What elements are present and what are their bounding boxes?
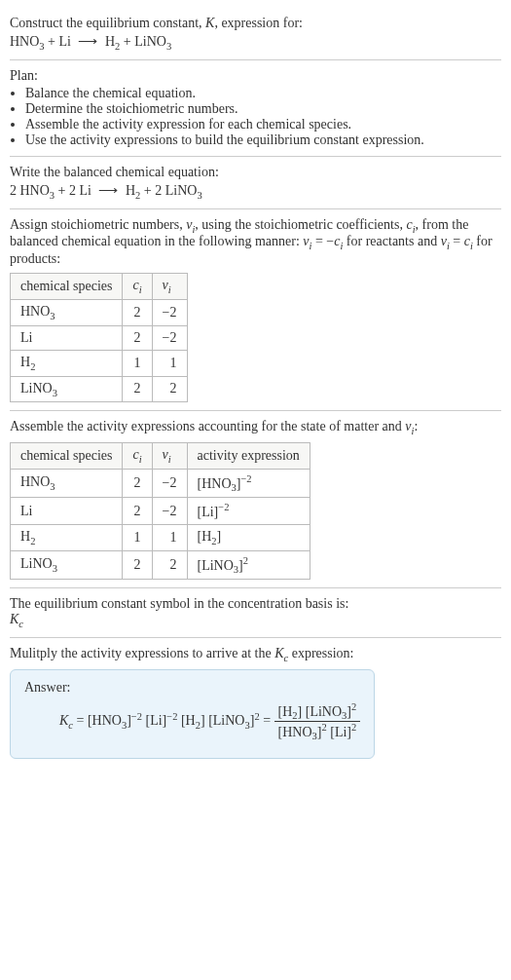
plan-item: Balance the chemical equation. [25, 86, 501, 101]
answer-label: Answer: [24, 680, 360, 696]
basis-symbol: Kc [10, 612, 501, 629]
plan-item: Use the activity expressions to build th… [25, 132, 501, 148]
answer-expression: Kc = [HNO3]−2 [Li]−2 [H2] [LiNO3]2 = [H2… [59, 701, 360, 742]
table-row: HNO3 2 −2 [11, 299, 188, 325]
cell-ci: 2 [123, 376, 152, 402]
cell-ci: 2 [123, 299, 152, 325]
cell-ci: 1 [123, 525, 152, 551]
cell-species: H2 [11, 525, 123, 551]
table-header-row: chemical species ci νi [11, 274, 188, 300]
table-row: Li 2 −2 [Li]−2 [11, 498, 310, 525]
assemble-section: Assemble the activity expressions accoun… [10, 411, 501, 588]
plan-item: Assemble the activity expression for eac… [25, 117, 501, 132]
balanced-equation: 2 HNO3 + 2 Li ⟶ H2 + 2 LiNO3 [10, 182, 501, 201]
intro-section: Construct the equilibrium constant, K, e… [10, 8, 501, 60]
col-species: chemical species [11, 443, 123, 470]
basis-line: The equilibrium constant symbol in the c… [10, 596, 501, 612]
table-row: H2 1 1 [H2] [11, 525, 310, 551]
cell-ci: 1 [123, 350, 152, 376]
cell-vi: −2 [152, 299, 187, 325]
plan-item: Determine the stoichiometric numbers. [25, 101, 501, 117]
table-header-row: chemical species ci νi activity expressi… [11, 443, 310, 470]
answer-box: Answer: Kc = [HNO3]−2 [Li]−2 [H2] [LiNO3… [10, 669, 375, 759]
cell-activity: [Li]−2 [187, 498, 310, 525]
assign-section: Assign stoichiometric numbers, νi, using… [10, 209, 501, 412]
cell-ci: 2 [123, 325, 152, 350]
cell-ci: 2 [123, 550, 152, 579]
cell-vi: −2 [152, 469, 187, 497]
cell-species: HNO3 [11, 469, 123, 497]
table-row: H2 1 1 [11, 350, 188, 376]
cell-vi: −2 [152, 498, 187, 525]
table-row: LiNO3 2 2 [LiNO3]2 [11, 550, 310, 579]
cell-species: LiNO3 [11, 376, 123, 402]
cell-vi: −2 [152, 325, 187, 350]
cell-species: Li [11, 498, 123, 525]
cell-vi: 1 [152, 525, 187, 551]
table-row: LiNO3 2 2 [11, 376, 188, 402]
plan-list: Balance the chemical equation. Determine… [10, 86, 501, 148]
cell-species: LiNO3 [11, 550, 123, 579]
col-vi: νi [152, 443, 187, 470]
plan-section: Plan: Balance the chemical equation. Det… [10, 60, 501, 157]
intro-equation: HNO3 + Li ⟶ H2 + LiNO3 [10, 33, 501, 52]
multiply-text: Mulitply the activity expressions to arr… [10, 646, 501, 663]
cell-vi: 1 [152, 350, 187, 376]
basis-section: The equilibrium constant symbol in the c… [10, 588, 501, 638]
col-vi: νi [152, 274, 187, 300]
assemble-table: chemical species ci νi activity expressi… [10, 442, 310, 580]
cell-species: H2 [11, 350, 123, 376]
multiply-section: Mulitply the activity expressions to arr… [10, 638, 501, 759]
col-ci: ci [123, 274, 152, 300]
col-species: chemical species [11, 274, 123, 300]
balanced-section: Write the balanced chemical equation: 2 … [10, 157, 501, 209]
assign-table: chemical species ci νi HNO3 2 −2 Li 2 −2… [10, 273, 188, 402]
col-activity: activity expression [187, 443, 310, 470]
cell-ci: 2 [123, 498, 152, 525]
assign-text: Assign stoichiometric numbers, νi, using… [10, 217, 501, 268]
cell-activity: [HNO3]−2 [187, 469, 310, 497]
balanced-heading: Write the balanced chemical equation: [10, 165, 501, 180]
cell-activity: [H2] [187, 525, 310, 551]
assemble-text: Assemble the activity expressions accoun… [10, 419, 501, 436]
table-row: HNO3 2 −2 [HNO3]−2 [11, 469, 310, 497]
intro-line: Construct the equilibrium constant, K, e… [10, 16, 501, 31]
cell-activity: [LiNO3]2 [187, 550, 310, 579]
cell-vi: 2 [152, 550, 187, 579]
cell-species: Li [11, 325, 123, 350]
cell-species: HNO3 [11, 299, 123, 325]
cell-vi: 2 [152, 376, 187, 402]
plan-heading: Plan: [10, 68, 501, 84]
cell-ci: 2 [123, 469, 152, 497]
table-row: Li 2 −2 [11, 325, 188, 350]
col-ci: ci [123, 443, 152, 470]
